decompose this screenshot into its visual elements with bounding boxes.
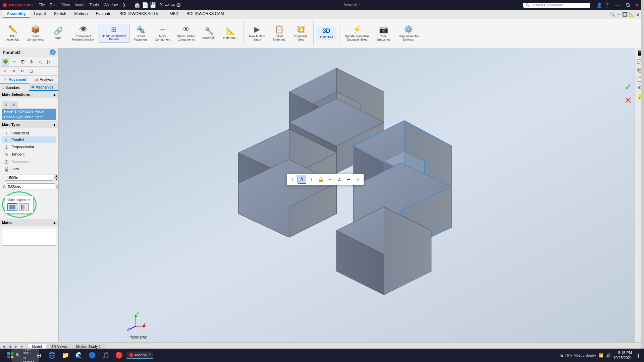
ribbon-instant3d[interactable]: 3D Instant3D bbox=[316, 26, 336, 40]
ribbon-new-motion-study[interactable]: ▶ New MotionStudy bbox=[247, 24, 268, 43]
show-desktop-button[interactable]: ▌ bbox=[636, 354, 641, 357]
ribbon-update-speedpak[interactable]: ⚡ Update SpeedPakSubassemblies bbox=[342, 24, 372, 43]
mate-type-header[interactable]: Mate Type ▲ bbox=[0, 121, 58, 128]
taskbar-edge2[interactable]: 🌊 bbox=[73, 349, 85, 361]
panel-forward-icon[interactable]: ▷ bbox=[45, 58, 53, 66]
view-icon-1[interactable]: 🔍 bbox=[610, 12, 615, 17]
ribbon-take-snapshot[interactable]: 📷 TakeSnapshot bbox=[373, 24, 393, 43]
ribbon-exploded-view[interactable]: 💥 ExplodedView bbox=[290, 24, 311, 43]
mate-perpendicular[interactable]: ⊥ Perpendicular bbox=[2, 143, 56, 150]
view-icon-5[interactable]: 🖥 bbox=[636, 12, 640, 17]
restore-button[interactable]: ⧉ bbox=[624, 2, 632, 8]
ribbon-smart-fasteners[interactable]: 🔩 SmartFasteners bbox=[131, 24, 151, 43]
account-icon[interactable]: 👤 bbox=[596, 2, 602, 8]
ribbon-show-hidden[interactable]: 👁 Show HiddenComponents bbox=[174, 24, 198, 43]
panel-config-icon[interactable]: ⊞ bbox=[19, 58, 27, 66]
viewport[interactable]: ⚙ Assem1 (Default<D... bbox=[59, 48, 635, 342]
panel-nav-icon[interactable]: ◁ bbox=[36, 58, 44, 66]
menu-insert[interactable]: Insert bbox=[73, 2, 87, 8]
tab-sketch[interactable]: Sketch bbox=[50, 10, 70, 18]
panel-properties-icon[interactable]: ☰ bbox=[10, 58, 18, 66]
mate-selections-header[interactable]: Mate Selections ▲ bbox=[0, 91, 58, 98]
clock[interactable]: 5:15 PM 10/25/2021 bbox=[613, 350, 632, 361]
confirm-button[interactable]: ✓ bbox=[1, 67, 9, 75]
tray-sound[interactable]: 🔊 bbox=[606, 353, 611, 358]
ft-parallel[interactable]: // bbox=[298, 175, 306, 184]
settings-icon[interactable]: ⚙ bbox=[176, 2, 181, 8]
analysis-tab[interactable]: 📊 Analysis bbox=[29, 76, 58, 83]
menu-view[interactable]: View bbox=[59, 2, 72, 8]
search-box[interactable]: 🔍 Search Commands bbox=[523, 3, 590, 8]
taskbar-explorer[interactable]: 📁 bbox=[59, 349, 71, 361]
home-icon[interactable]: 🏠 bbox=[134, 2, 141, 8]
taskbar-spotify[interactable]: 🎵 bbox=[100, 349, 112, 361]
tab-assembly[interactable]: Assembly bbox=[3, 10, 30, 18]
minimize-button[interactable]: — bbox=[613, 2, 623, 8]
view-icon-3[interactable]: 🔲 bbox=[622, 12, 628, 17]
print-icon[interactable]: 🖨 bbox=[158, 2, 163, 8]
sel-icon-2[interactable]: ⊞ bbox=[10, 101, 17, 108]
alignment-btn-aligned[interactable] bbox=[7, 203, 17, 211]
angle-input[interactable] bbox=[7, 183, 55, 189]
mates-header[interactable]: Mates ▲ bbox=[0, 219, 58, 226]
panel-feature-tree-icon[interactable]: 🌳 bbox=[1, 58, 9, 66]
ribbon-reference[interactable]: 📐 Referenc... bbox=[221, 25, 241, 41]
new-icon[interactable]: 📄 bbox=[142, 2, 149, 8]
options-button[interactable]: ◻ bbox=[28, 67, 35, 75]
undo-button[interactable]: ↩ bbox=[19, 67, 26, 75]
ft-perpendicular[interactable]: ⊥ bbox=[307, 175, 316, 184]
selection-item-1[interactable]: Face<1>@Puzzle Piece bbox=[2, 109, 56, 114]
viewport-canvas[interactable] bbox=[59, 48, 635, 342]
menu-window[interactable]: Window bbox=[102, 2, 120, 8]
ribbon-large-assembly-settings[interactable]: ⚙️ Large AssemblySettings bbox=[395, 24, 422, 43]
mate-concentric[interactable]: ◎ Concentric bbox=[2, 158, 56, 165]
taskbar-edge[interactable]: 🌐 bbox=[46, 349, 58, 361]
selection-item-2[interactable]: Face<2>@Puzzle Piece bbox=[2, 114, 56, 120]
tab-sw-addins[interactable]: SOLIDWORKS Add-Ins bbox=[115, 10, 165, 18]
cancel-button[interactable]: ✕ bbox=[10, 67, 17, 75]
distance-down[interactable]: ▼ bbox=[54, 178, 58, 181]
ribbon-assemblies[interactable]: 🔧 Assembl... bbox=[199, 25, 219, 41]
ft-coincident[interactable]: ⟂ bbox=[288, 175, 297, 184]
taskbar-chrome[interactable]: 🔵 bbox=[86, 349, 98, 361]
ribbon-insert-components[interactable]: 📦 InsertComponents bbox=[24, 24, 47, 43]
alignment-btn-anti-aligned[interactable] bbox=[19, 203, 29, 211]
ft-lock[interactable]: 🔒 bbox=[316, 175, 325, 184]
taskbar-office[interactable]: 🔴 bbox=[113, 349, 125, 361]
ft-flip[interactable]: ↩ bbox=[344, 175, 353, 184]
viewport-cancel-button[interactable]: ✕ bbox=[624, 95, 632, 106]
angle-up[interactable]: ▲ bbox=[56, 183, 58, 186]
taskbar-solidworks-app[interactable]: ⬟ Assem1 * bbox=[126, 352, 153, 359]
tab-markup[interactable]: Markup bbox=[70, 10, 92, 18]
mate-lock[interactable]: 🔒 Lock bbox=[2, 165, 56, 173]
help-icon[interactable]: ❓ bbox=[604, 2, 610, 8]
sel-icon-1[interactable]: ⊟ bbox=[2, 101, 9, 108]
view-icon-2[interactable]: ↔ bbox=[616, 12, 621, 17]
advanced-tab[interactable]: ⚡ Advanced bbox=[0, 76, 29, 83]
taskbar-task-view[interactable]: ⊞ bbox=[33, 349, 45, 361]
ft-angle[interactable]: ∠ bbox=[335, 175, 344, 184]
panel-help-icon[interactable]: ? bbox=[50, 49, 56, 55]
ribbon-bill-of-materials[interactable]: 📋 Bill ofMaterials bbox=[269, 24, 289, 43]
ribbon-component-preview[interactable]: 👁️ ComponentPreview Window bbox=[69, 24, 97, 43]
menu-tools[interactable]: Tools bbox=[88, 2, 101, 8]
tray-wifi[interactable]: 📶 bbox=[599, 353, 603, 358]
menu-file[interactable]: File bbox=[37, 2, 47, 8]
taskbar-search-button[interactable]: 🔍 Type here to search bbox=[19, 349, 31, 361]
mate-parallel[interactable]: // Parallel bbox=[2, 136, 56, 143]
standard-tab[interactable]: ⟂ Standard bbox=[0, 84, 29, 91]
ribbon-edit-assembly[interactable]: ✏️ EditAssembly bbox=[3, 24, 23, 43]
mate-tangent[interactable]: ∿ Tangent bbox=[2, 150, 56, 158]
menu-more[interactable]: ❯ bbox=[120, 2, 128, 8]
ft-distance[interactable]: ↔ bbox=[326, 175, 334, 184]
tab-mbd[interactable]: MBD bbox=[166, 10, 183, 18]
mate-coincident[interactable]: ⟂ Coincident bbox=[2, 130, 56, 136]
save-icon[interactable]: 💾 bbox=[150, 2, 157, 8]
ribbon-mate[interactable]: 🔗 Mate bbox=[48, 25, 68, 41]
view-icon-4[interactable]: 📐 bbox=[629, 12, 634, 17]
distance-input[interactable] bbox=[5, 175, 53, 181]
close-button[interactable]: ✕ bbox=[633, 2, 641, 8]
ribbon-linear-pattern[interactable]: ⊞ Linear ComponentPattern bbox=[99, 24, 129, 43]
tab-evaluate[interactable]: Evaluate bbox=[92, 10, 115, 18]
tab-layout[interactable]: Layout bbox=[30, 10, 50, 18]
